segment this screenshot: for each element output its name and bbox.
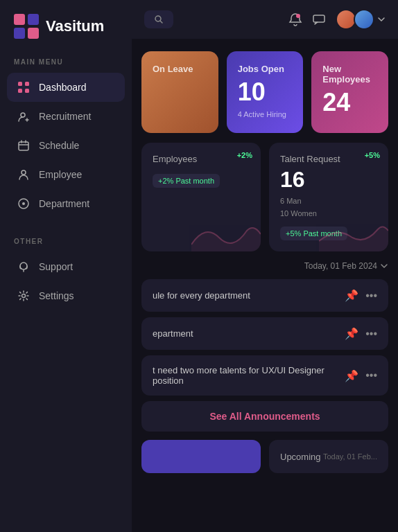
chevron-down-small-icon[interactable] [380, 262, 388, 270]
bottom-left-card [141, 440, 261, 473]
dashboard-label: Dashboard [39, 82, 87, 93]
jobs-open-label: Jobs Open [238, 64, 293, 74]
main-content: On Leave Jobs Open 10 4 Active Hiring Ne… [132, 0, 398, 532]
main-menu-label: MAIN MENU [0, 58, 132, 73]
date-label: Today, 01 Feb 2024 [304, 261, 377, 271]
person-icon [17, 168, 31, 181]
metric-talent-request: +5% Talent Request 16 6 Man 10 Women +5%… [269, 143, 388, 251]
more-icon-3[interactable]: ••• [365, 369, 377, 382]
sidebar-item-schedule[interactable]: Schedule [7, 131, 125, 160]
stats-row: On Leave Jobs Open 10 4 Active Hiring Ne… [141, 51, 388, 133]
calendar-icon [17, 139, 31, 152]
pin-icon-2[interactable]: 📌 [345, 327, 358, 340]
announcement-2: epartment 📌 ••• [141, 317, 388, 350]
announcement-text-3: t need two more talents for UX/UI Design… [153, 365, 336, 386]
content-area: On Leave Jobs Open 10 4 Active Hiring Ne… [132, 39, 398, 532]
stat-card-new-employees: New Employees 24 [311, 51, 388, 133]
headset-icon [17, 260, 31, 274]
department-label: Department [39, 198, 89, 209]
sidebar-item-settings[interactable]: Settings [7, 281, 125, 310]
settings-label: Settings [39, 290, 74, 301]
announcement-actions-3: 📌 ••• [345, 369, 377, 382]
grid-icon [17, 80, 31, 94]
jobs-open-sub: 4 Active Hiring [238, 110, 293, 118]
talent-sub: 6 Man 10 Women [280, 195, 377, 220]
svg-rect-2 [14, 28, 25, 39]
jobs-open-value: 10 [238, 80, 293, 105]
topbar-right [288, 9, 386, 30]
svg-point-10 [21, 170, 26, 175]
recruitment-label: Recruitment [39, 111, 91, 122]
see-all-button[interactable]: See All Announcements [141, 401, 388, 432]
search-icon [154, 15, 164, 24]
new-employees-value: 24 [322, 90, 377, 115]
employees-footer: +2% Past month [153, 174, 220, 188]
on-leave-label: On Leave [153, 64, 207, 74]
svg-rect-6 [18, 89, 22, 93]
other-nav: Support Settings [0, 252, 132, 310]
new-employees-label: New Employees [322, 64, 377, 85]
logo-icon [14, 14, 39, 39]
more-icon-2[interactable]: ••• [365, 328, 377, 340]
metrics-row: +2% Employees +2% Past month +5% Talent … [141, 143, 388, 251]
bottom-row: Upcoming Today, 01 Feb... [141, 440, 388, 473]
announcement-text-1: ule for every department [153, 290, 336, 301]
announcement-3: t need two more talents for UX/UI Design… [141, 355, 388, 396]
main-nav: Dashboard Recruitment Schedule [0, 73, 132, 218]
employees-badge: +2% [237, 151, 252, 159]
stat-card-jobs-open: Jobs Open 10 4 Active Hiring [227, 51, 304, 133]
sidebar-item-support[interactable]: Support [7, 252, 125, 281]
announcement-actions-1: 📌 ••• [345, 289, 377, 302]
talent-value: 16 [280, 167, 377, 193]
sidebar-item-dashboard[interactable]: Dashboard [7, 73, 125, 102]
date-row: Today, 01 Feb 2024 [141, 261, 388, 271]
pin-icon-3[interactable]: 📌 [345, 369, 358, 382]
svg-rect-1 [28, 14, 39, 25]
announcement-text-2: epartment [153, 328, 336, 339]
svg-rect-0 [14, 14, 25, 25]
search-bar[interactable] [144, 10, 173, 28]
bell-icon[interactable] [288, 12, 302, 26]
svg-rect-7 [25, 89, 29, 93]
talent-sub-line1: 6 Man [280, 195, 377, 208]
svg-rect-3 [28, 28, 39, 39]
svg-point-12 [22, 202, 25, 205]
upcoming-date: Today, 01 Feb... [323, 452, 377, 461]
svg-point-8 [21, 113, 25, 117]
sidebar-item-employee[interactable]: Employee [7, 160, 125, 189]
talent-title: Talent Request [280, 154, 377, 164]
stat-card-on-leave: On Leave [141, 51, 218, 133]
employees-chart [191, 217, 261, 251]
talent-chart [319, 217, 388, 251]
sidebar-item-department[interactable]: Department [7, 189, 125, 218]
sidebar: Vasitum MAIN MENU Dashboard [0, 0, 132, 532]
svg-rect-9 [19, 142, 28, 150]
topbar [132, 0, 398, 39]
employees-title: Employees [153, 154, 250, 164]
announcement-1: ule for every department 📌 ••• [141, 279, 388, 312]
users-add-icon [17, 109, 31, 123]
topbar-left [144, 10, 173, 28]
svg-point-16 [296, 14, 300, 18]
svg-rect-4 [18, 82, 22, 86]
gear-icon [17, 289, 31, 303]
announcement-actions-2: 📌 ••• [345, 327, 377, 340]
svg-rect-17 [313, 15, 325, 22]
sidebar-item-recruitment[interactable]: Recruitment [7, 102, 125, 131]
metric-employees: +2% Employees +2% Past month [141, 143, 261, 251]
circle-dots-icon [17, 197, 31, 211]
logo-text: Vasitum [46, 17, 104, 35]
avatar-2[interactable] [354, 9, 374, 30]
avatar-group [336, 9, 386, 30]
other-label: OTHER [0, 238, 132, 252]
support-label: Support [39, 261, 73, 272]
chevron-down-icon[interactable] [377, 15, 386, 24]
bottom-right-card: Upcoming Today, 01 Feb... [269, 440, 388, 473]
schedule-label: Schedule [39, 140, 79, 151]
employee-label: Employee [39, 169, 82, 180]
pin-icon-1[interactable]: 📌 [345, 289, 358, 302]
logo-area: Vasitum [0, 14, 132, 58]
more-icon-1[interactable]: ••• [365, 290, 377, 302]
chat-icon[interactable] [312, 12, 326, 26]
upcoming-label: Upcoming [280, 452, 321, 462]
